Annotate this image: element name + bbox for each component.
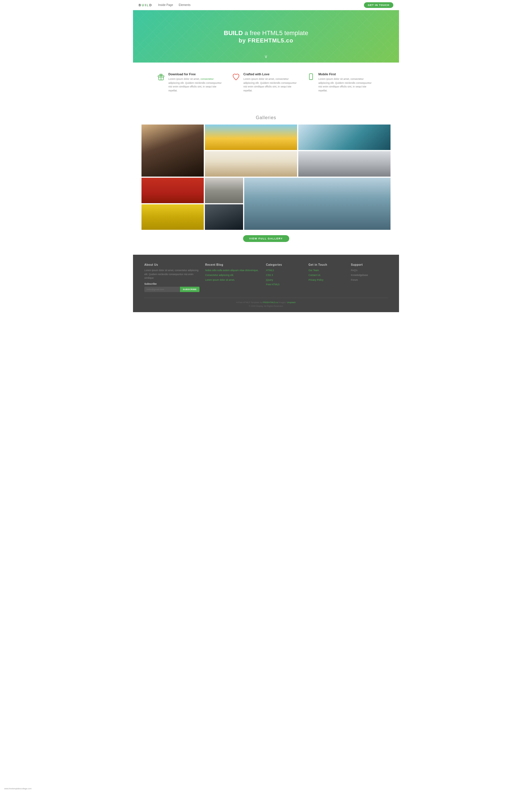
footer-credit: A Free HTML5 Template by FREEHTML5.co Im…: [144, 301, 388, 304]
galleries-section: Galleries: [133, 112, 399, 255]
footer-support: Support FAQ's Knowledgebase Forum: [351, 263, 388, 292]
hero-suffix: a free HTML5 template: [245, 30, 308, 37]
gallery-img-8[interactable]: [205, 178, 243, 203]
footer: About Us Lorem ipsum dolor sit amet, con…: [133, 255, 399, 312]
footer-brand-link[interactable]: FREEHTML5.co: [263, 301, 278, 304]
subscribe-form: SUBSCRIBE: [144, 287, 200, 292]
feature-download-link[interactable]: consectetur: [201, 78, 214, 80]
features-section: Download for Free Lorem ipsum dolor sit …: [133, 62, 399, 101]
footer-blog-link-3[interactable]: Lorem ipsum dolor sit amet.: [205, 278, 260, 282]
footer-support-title: Support: [351, 263, 388, 266]
view-full-gallery-button[interactable]: VIEW FULL GALLERY: [243, 235, 289, 242]
footer-columns: About Us Lorem ipsum dolor sit amet, con…: [144, 263, 388, 292]
hero-section: BUILD a free HTML5 template by FREEHTML5…: [133, 10, 399, 62]
spacer1: [133, 101, 399, 112]
get-in-touch-button[interactable]: GET IN TOUCH: [364, 2, 393, 8]
brand-logo: BUILD: [139, 3, 153, 7]
gallery-img-7[interactable]: [141, 204, 204, 230]
footer-unsplash-link[interactable]: Unsplash: [287, 301, 296, 304]
footer-cat-freehtml5[interactable]: Free HTML5: [266, 283, 303, 286]
footer-blog-title: Recent Blog: [205, 263, 260, 266]
gallery-img-6[interactable]: [141, 178, 204, 203]
gallery-row-2: [141, 178, 391, 230]
gallery-left-col: [141, 178, 204, 230]
feature-love-text: Crafted with Love Lorem ipsum dolor sit …: [243, 73, 300, 93]
footer-cat-jquery[interactable]: jQuery: [266, 278, 303, 282]
heart-icon: [232, 73, 240, 81]
mobile-icon: [307, 73, 315, 81]
hero-subtitle: by FREEHTML5.co: [224, 37, 308, 44]
feature-love-title: Crafted with Love: [243, 73, 300, 76]
subscribe-button[interactable]: SUBSCRIBE: [180, 287, 200, 292]
footer-touch-title: Get in Touch: [308, 263, 345, 266]
footer-support-forum[interactable]: Forum: [351, 278, 388, 282]
gallery-row-1-right: [205, 125, 391, 150]
gallery-img-2[interactable]: [205, 125, 297, 150]
subscribe-input[interactable]: [144, 287, 180, 292]
feature-love-body: Lorem ipsum dolor sit amet, consectetur …: [243, 77, 300, 93]
navbar: BUILD Inside Page Elements GET IN TOUCH: [133, 0, 399, 10]
footer-touch-contact[interactable]: Contact Us: [308, 274, 345, 277]
footer-copyright: © 2015 Display. All Rights Reserved.: [144, 304, 388, 308]
footer-support-faq[interactable]: FAQ's: [351, 268, 388, 272]
feature-love: Crafted with Love Lorem ipsum dolor sit …: [232, 73, 300, 93]
gallery-btn-wrap: VIEW FULL GALLERY: [141, 231, 391, 249]
footer-about-title: About Us: [144, 263, 200, 266]
feature-download-title: Download for Free: [168, 73, 225, 76]
gallery-img-9[interactable]: [205, 204, 243, 230]
feature-mobile-text: Mobile First Lorem ipsum dolor sit amet,…: [318, 73, 375, 93]
footer-categories-title: Categories: [266, 263, 303, 266]
subscribe-label: Subscribe: [144, 282, 200, 285]
footer-touch-privacy[interactable]: Privacy Policy: [308, 278, 345, 282]
gallery-img-5[interactable]: [298, 151, 391, 176]
footer-get-in-touch: Get in Touch Our Team Contact Us Privacy…: [308, 263, 345, 292]
footer-categories: Categories HTML5 CSS 3 jQuery Free HTML5: [266, 263, 303, 292]
footer-blog-link-1[interactable]: Nobis odio nulla autem aliquam vitae dol…: [205, 268, 260, 272]
feature-download-text: Download for Free Lorem ipsum dolor sit …: [168, 73, 225, 93]
footer-cat-html5[interactable]: HTML5: [266, 268, 303, 272]
gallery-img-10[interactable]: [244, 178, 391, 230]
gallery-row-1-right2: [205, 151, 391, 176]
gallery-img-3[interactable]: [298, 125, 391, 150]
footer-about: About Us Lorem ipsum dolor sit amet, con…: [144, 263, 200, 292]
nav-inside-page[interactable]: Inside Page: [158, 3, 173, 6]
gallery-mid-col: [205, 178, 243, 230]
gallery-row-1: [141, 125, 391, 176]
feature-mobile: Mobile First Lorem ipsum dolor sit amet,…: [307, 73, 375, 93]
gallery-right-group: [205, 125, 391, 176]
footer-bottom: A Free HTML5 Template by FREEHTML5.co Im…: [144, 298, 388, 308]
nav-elements[interactable]: Elements: [178, 3, 190, 6]
feature-download: Download for Free Lorem ipsum dolor sit …: [157, 73, 225, 93]
feature-mobile-body: Lorem ipsum dolor sit amet, consectetur …: [318, 77, 375, 93]
hero-content: BUILD a free HTML5 template by FREEHTML5…: [224, 29, 308, 44]
hero-title: BUILD a free HTML5 template: [224, 29, 308, 38]
feature-download-body: Lorem ipsum dolor sit amet, consectetur …: [168, 77, 225, 93]
footer-blog: Recent Blog Nobis odio nulla autem aliqu…: [205, 263, 260, 292]
footer-cat-css3[interactable]: CSS 3: [266, 274, 303, 277]
footer-about-text: Lorem ipsum dolor sit amet, consectetur …: [144, 268, 200, 280]
gift-icon: [157, 73, 165, 81]
hero-bold: BUILD: [224, 30, 243, 37]
galleries-title: Galleries: [141, 115, 391, 120]
feature-mobile-title: Mobile First: [318, 73, 375, 76]
gallery-img-1[interactable]: [141, 125, 204, 176]
svg-rect-3: [309, 74, 313, 79]
navbar-left: BUILD Inside Page Elements: [139, 3, 190, 7]
gallery-img-4[interactable]: [205, 151, 297, 176]
scroll-down-arrow: ∨: [264, 54, 268, 59]
footer-touch-team[interactable]: Our Team: [308, 268, 345, 272]
footer-support-kb[interactable]: Knowledgebase: [351, 274, 388, 277]
footer-blog-link-2[interactable]: Consectetur adipiscing elit.: [205, 274, 260, 277]
